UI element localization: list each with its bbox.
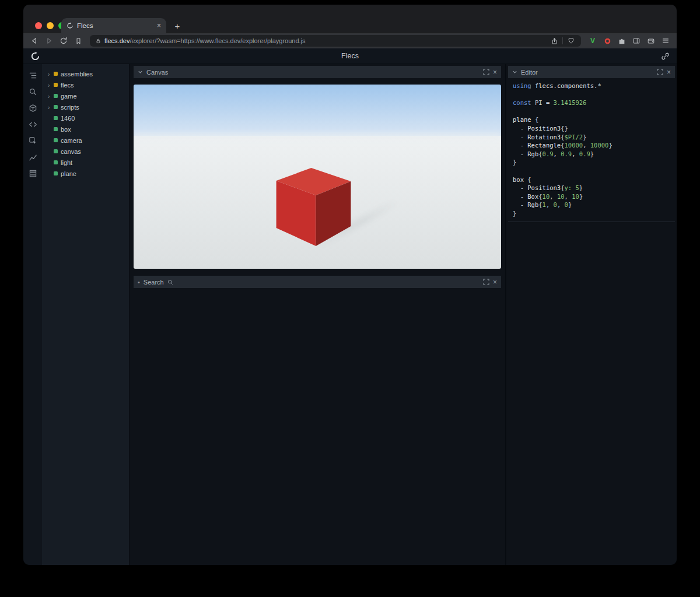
tree-item-1460[interactable]: 1460 [42,113,129,124]
code-line: - Box{10, 10, 10} [513,192,670,201]
entity-color-square [54,105,58,109]
tree-item-label: 1460 [61,115,75,122]
extension-v-icon[interactable]: V [587,36,598,46]
entity-color-square [54,72,58,76]
entity-color-square [54,127,58,131]
render-canvas[interactable] [134,85,501,269]
tree-icon[interactable] [27,70,38,80]
code-line [513,107,670,116]
tree-item-canvas[interactable]: canvas [42,146,129,157]
browser-tab[interactable]: Flecs × [61,18,166,33]
expand-icon[interactable] [483,279,489,285]
tree-item-label: game [61,93,77,100]
tab-close-icon[interactable]: × [157,22,161,29]
code-icon[interactable] [27,119,38,129]
url-domain: flecs.dev [104,37,130,44]
main-area: ›assemblies›flecs›game›scripts1460boxcam… [23,64,677,565]
tree-item-label: plane [61,170,76,177]
entity-color-square [54,160,58,164]
expand-arrow-icon[interactable]: › [47,82,51,89]
forward-icon[interactable] [44,36,54,46]
code-line: - Rotation3{$PI/2} [513,133,670,142]
canvas-panel-header[interactable]: Canvas × [134,66,501,78]
code-line: using flecs.components.* [513,82,670,90]
entities-icon[interactable] [27,103,38,113]
page-title: Flecs [23,52,677,60]
entity-color-square [54,116,58,120]
expand-arrow-icon[interactable]: › [47,93,51,100]
reload-icon[interactable] [58,36,69,46]
url-path: /explorer/?wasm=https://www.flecs.dev/ex… [130,37,305,44]
code-line: - Rgb{1, 0, 0} [513,201,670,209]
3d-scene [134,85,501,269]
shield-icon[interactable] [566,36,576,46]
tree-item-label: canvas [61,148,81,155]
tree-item-label: box [61,126,71,133]
close-window-button[interactable] [35,22,42,29]
chevron-down-icon[interactable] [512,69,517,75]
stats-icon[interactable] [27,152,38,162]
navigation-bar: flecs.dev/explorer/?wasm=https://www.fle… [23,33,677,48]
expand-arrow-icon[interactable]: › [47,71,51,78]
tree-item-label: camera [61,137,82,144]
tree-item-box[interactable]: box [42,124,129,135]
expand-arrow-icon[interactable]: › [47,104,51,111]
expand-icon[interactable] [657,69,663,75]
code-line [513,167,670,175]
entity-color-square [54,83,58,87]
url-text: flecs.dev/explorer/?wasm=https://www.fle… [104,37,546,44]
tree-item-flecs[interactable]: ›flecs [42,79,129,90]
tree-item-label: scripts [61,104,79,111]
wallet-icon[interactable] [646,36,656,46]
divider [562,37,563,44]
tab-strip: Flecs × + [23,5,677,33]
sky [134,85,501,141]
share-icon[interactable] [549,36,559,46]
minimize-window-button[interactable] [47,22,54,29]
code-line: - Position3{y: 5} [513,184,670,192]
tree-item-camera[interactable]: camera [42,135,129,146]
extension-red-icon[interactable] [602,36,612,46]
tab-favicon-icon [66,22,74,29]
tree-item-label: flecs [61,82,74,89]
close-icon[interactable]: × [493,279,497,286]
search-small-icon [167,279,173,285]
search-panel-header[interactable]: • Search × [134,276,501,288]
chevron-down-icon[interactable] [138,69,143,75]
expand-icon[interactable] [483,69,489,75]
close-icon[interactable]: × [667,69,671,76]
tree-item-game[interactable]: ›game [42,90,129,101]
tree-item-label: assemblies [61,71,93,78]
code-line [513,90,670,99]
sidebar-toggle-icon[interactable] [631,36,642,46]
browser-window: Flecs × + flecs.dev/explorer/?wasm=https… [23,5,677,565]
close-icon[interactable]: × [493,69,497,76]
tree-item-light[interactable]: light [42,157,129,168]
extensions-puzzle-icon[interactable] [617,36,627,46]
search-icon[interactable] [27,86,38,97]
queries-icon[interactable] [27,168,38,178]
new-tab-button[interactable]: + [172,20,183,31]
editor-panel-title: Editor [521,69,538,76]
code-line: const PI = 3.1415926 [513,99,670,107]
collapsed-bullet-icon[interactable]: • [138,279,140,286]
tree-item-scripts[interactable]: ›scripts [42,101,129,113]
inspect-icon[interactable] [27,135,38,146]
address-bar[interactable]: flecs.dev/explorer/?wasm=https://www.fle… [90,35,581,47]
code-line: - Position3{} [513,124,670,133]
code-line: - Rectangle{10000, 10000} [513,141,670,150]
tree-item-plane[interactable]: plane [42,168,129,179]
entity-color-square [54,149,58,153]
back-icon[interactable] [29,36,40,46]
tab-title: Flecs [77,22,153,29]
editor-code[interactable]: using flecs.components.* const PI = 3.14… [508,78,675,218]
tree-item-assemblies[interactable]: ›assemblies [42,68,129,79]
center-column: Canvas × [129,64,505,565]
search-panel-title: Search [144,279,164,286]
lock-icon [94,37,102,44]
code-line: } [513,158,670,167]
entity-color-square [54,138,58,142]
menu-icon[interactable] [660,36,671,46]
bookmark-icon[interactable] [73,36,83,46]
editor-panel-header[interactable]: Editor × [508,66,675,78]
